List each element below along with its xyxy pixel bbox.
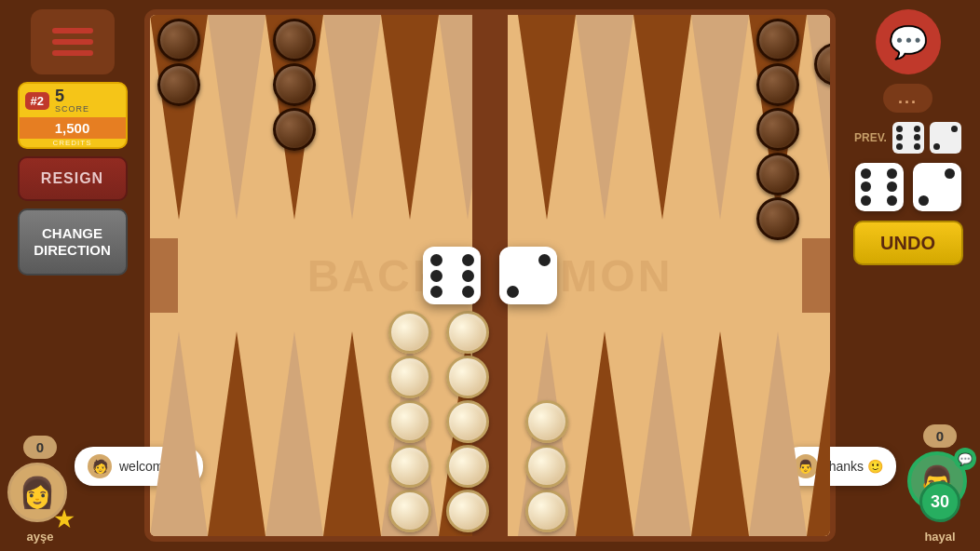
pip [914,134,920,141]
checker-piece[interactable] [756,63,799,106]
svg-marker-8 [633,15,691,220]
pip [538,254,551,266]
pip [945,168,955,179]
checker-piece[interactable] [273,108,316,151]
checker-piece[interactable] [446,311,489,354]
pip [919,195,929,206]
svg-marker-3 [323,15,381,220]
board-die-1 [423,247,481,304]
pip [874,195,884,206]
pip [462,286,474,298]
checker-piece[interactable] [388,445,431,488]
pip [887,195,897,206]
pip [538,270,551,282]
checker-piece[interactable] [525,490,568,532]
pip [932,195,942,206]
checker-piece[interactable] [756,19,799,61]
pip [942,134,948,141]
svg-marker-22 [576,331,633,536]
pip [905,143,911,150]
change-direction-button[interactable]: CHANGE DIRECTION [18,208,128,276]
svg-marker-19 [749,331,807,536]
checker-piece[interactable] [157,19,200,61]
checker-piece[interactable] [756,153,799,195]
svg-marker-14 [323,331,381,536]
svg-marker-9 [691,15,749,220]
side-bar-left [150,238,178,313]
player-left-name: ayşe [27,530,54,544]
checker-piece[interactable] [157,63,200,106]
side-bar-right [802,238,830,313]
pip [951,134,958,141]
checker-piece[interactable] [756,108,799,151]
pip [538,286,551,298]
pip [932,181,942,192]
checker-piece[interactable] [388,311,431,354]
prev-die-1 [892,122,924,154]
prev-dice-area: PREV. [854,122,961,154]
pip [446,270,458,282]
chat-icon: 💬 [889,23,928,60]
svg-marker-15 [265,331,323,536]
checker-piece[interactable] [388,400,431,443]
menu-line-3 [52,50,93,56]
checker-piece[interactable] [273,63,316,106]
pip [896,134,903,141]
svg-marker-7 [576,15,633,220]
score-number: 5 [55,87,89,104]
board-inner: BACKGAMMON [150,15,830,536]
checker-piece[interactable] [388,356,431,398]
svg-marker-1 [208,15,265,220]
pip [896,126,903,132]
player-left-score: 0 [23,436,57,459]
undo-button[interactable]: UNDO [853,221,963,265]
pip [919,168,929,179]
svg-marker-6 [518,15,576,220]
credits-label: CREDITS [20,139,126,147]
chat-button[interactable]: 💬 [876,9,941,74]
pip [896,143,903,150]
resign-button[interactable]: RESIGN [18,156,128,201]
pip [430,270,442,282]
more-options-button[interactable]: ... [883,84,932,113]
pip [507,270,519,282]
prev-label: PREV. [854,131,887,144]
pip [914,126,920,132]
pip [861,195,871,206]
checker-piece[interactable] [273,19,316,61]
svg-marker-11 [807,15,836,220]
pip [919,181,929,192]
pip [874,181,884,192]
player-left: 0 👩 ayşe [7,436,73,544]
player-right-name: hayal [924,530,955,544]
pip [905,126,911,132]
menu-line-1 [52,28,93,34]
svg-marker-4 [381,15,439,220]
player-left-avatar-face: 👩 [10,465,64,519]
pip [462,254,474,266]
pip [905,134,911,141]
player-right-timer: 30 [919,481,960,522]
pip [932,168,942,179]
checker-piece[interactable] [525,400,568,443]
pip [887,168,897,179]
checker-piece[interactable] [388,490,431,532]
pip [462,270,474,282]
current-die-1 [855,163,904,211]
checker-piece[interactable] [756,197,799,240]
checker-piece[interactable] [446,356,489,398]
menu-button[interactable] [31,9,115,74]
score-box: #2 5 SCORE 1,500 CREDITS [18,82,128,149]
svg-marker-17 [150,331,208,536]
player-right-chat-icon: 💬 [954,448,976,470]
pip [945,181,955,192]
pip [507,286,519,298]
player-left-avatar: 👩 [7,463,67,522]
pip [430,254,442,266]
current-dice-area [855,163,961,211]
checker-piece[interactable] [446,490,489,532]
checker-piece[interactable] [446,400,489,443]
checker-piece[interactable] [525,445,568,488]
chat-left-avatar: 🧑 [88,454,112,478]
checker-piece[interactable] [446,445,489,488]
